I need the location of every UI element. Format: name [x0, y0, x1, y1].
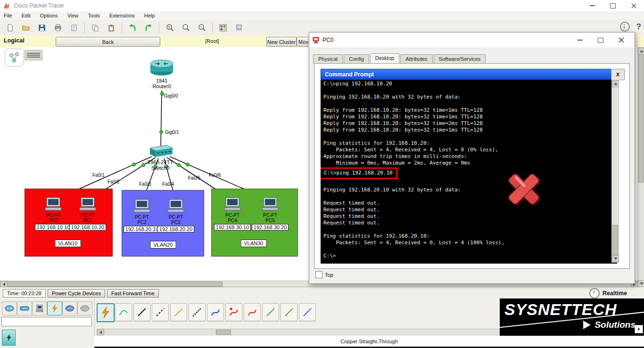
- fiber-cable-button[interactable]: [170, 303, 187, 321]
- print-button[interactable]: [50, 21, 66, 35]
- zoom-reset-button[interactable]: [178, 21, 194, 35]
- top-checkbox[interactable]: [315, 271, 322, 278]
- list-icon: [27, 55, 40, 56]
- copper-crossover-button[interactable]: [152, 303, 169, 321]
- back-button[interactable]: Back: [56, 37, 160, 47]
- console-cable-button[interactable]: [115, 303, 132, 321]
- copy-button[interactable]: [87, 21, 103, 35]
- serial-dte-button[interactable]: [244, 303, 261, 321]
- device-pc0[interactable]: PC-PT PC0 192.168.10.10: [33, 197, 73, 231]
- device-pc5[interactable]: PC-PT PC5 192.168.30.20: [250, 197, 290, 231]
- misc-category-icon: [80, 305, 90, 312]
- activity-wizard-button[interactable]: [66, 21, 82, 35]
- window-close-button[interactable]: [623, 0, 644, 11]
- copper-straight-through-button[interactable]: [133, 303, 150, 321]
- auto-connection-button[interactable]: [97, 303, 115, 322]
- viewport-list-button[interactable]: [25, 50, 42, 60]
- device-pc4[interactable]: PC-PT PC4 192.168.30.10: [213, 197, 252, 231]
- custom-devices-button[interactable]: [231, 21, 247, 35]
- open-file-button[interactable]: [18, 21, 34, 35]
- tab-logical[interactable]: Logical: [4, 37, 25, 44]
- toolbar-separator: [159, 22, 159, 33]
- scroll-down-button[interactable]: [638, 280, 644, 287]
- scrollbar-thumb[interactable]: [7, 282, 223, 287]
- port-label-gig0-0: Gig0/0: [164, 93, 178, 99]
- menu-help[interactable]: Help: [144, 13, 155, 18]
- device-pc3[interactable]: PC-PT PC3 192.168.20.20: [156, 199, 196, 232]
- connections-category-button[interactable]: [47, 301, 62, 315]
- help-button[interactable]: ?: [636, 22, 641, 32]
- simulation-time: Time: 00:23:28: [3, 289, 46, 298]
- menu-extensions[interactable]: Extensions: [109, 13, 135, 18]
- tab-physical[interactable]: Physical: [313, 54, 343, 64]
- new-file-button[interactable]: [2, 21, 18, 35]
- fast-forward-time-button[interactable]: Fast Forward Time: [107, 289, 159, 298]
- routers-category-button[interactable]: [2, 301, 17, 315]
- switches-category-button[interactable]: [17, 301, 32, 315]
- octal-cable-button[interactable]: [262, 303, 279, 321]
- misc-category-button[interactable]: [77, 301, 92, 315]
- command-prompt-terminal[interactable]: C:\>ping 192.168.10.20 Pinging 192.168.1…: [321, 80, 617, 264]
- pc0-tab-bar: Physical Config Desktop Attributes Softw…: [313, 53, 487, 64]
- device-switch0[interactable]: 2960-24TT Switch0: [141, 144, 179, 171]
- menu-view[interactable]: View: [67, 13, 79, 18]
- scrollbar-thumb[interactable]: [638, 54, 644, 182]
- menu-options[interactable]: Options: [40, 13, 58, 18]
- paste-button[interactable]: [103, 21, 119, 35]
- menu-file[interactable]: File: [4, 13, 12, 18]
- window-maximize-button[interactable]: [603, 0, 623, 11]
- power-cycle-devices-button[interactable]: Power Cycle Devices: [48, 289, 105, 298]
- terminal-scrollbar[interactable]: [611, 80, 619, 263]
- zoom-in-button[interactable]: [162, 21, 178, 35]
- scrollbar-thumb[interactable]: [612, 225, 618, 255]
- end-devices-category-button[interactable]: [32, 301, 47, 315]
- scroll-up-button[interactable]: [612, 80, 619, 87]
- realtime-mode-toggle[interactable]: Realtime: [589, 288, 627, 298]
- tab-attributes[interactable]: Attributes: [400, 54, 432, 64]
- cluster-navigation-button[interactable]: [5, 49, 24, 66]
- undo-icon: [128, 24, 137, 32]
- canvas-vertical-scrollbar[interactable]: [637, 47, 644, 288]
- pc-icon: [133, 199, 151, 213]
- scroll-left-button[interactable]: [97, 329, 104, 335]
- tab-config[interactable]: Config: [344, 54, 369, 64]
- window-minimize-button[interactable]: [582, 0, 603, 11]
- tab-software-services[interactable]: Software/Services: [434, 54, 486, 64]
- scrollbar-thumb[interactable]: [216, 330, 231, 335]
- device-router0[interactable]: 1941 Router0: [143, 57, 181, 89]
- undo-button[interactable]: [124, 21, 140, 35]
- new-cluster-button[interactable]: New Cluster: [266, 37, 297, 47]
- zoom-out-button[interactable]: [194, 21, 210, 35]
- command-prompt-close-button[interactable]: X: [611, 69, 625, 80]
- menu-tools[interactable]: Tools: [88, 13, 100, 18]
- menu-edit[interactable]: Edit: [22, 13, 31, 18]
- redo-button[interactable]: [140, 21, 157, 35]
- pc-name-label: PC1: [68, 218, 107, 223]
- drawing-palette-button[interactable]: [215, 21, 231, 35]
- wireless-category-button[interactable]: [62, 301, 77, 315]
- pc0-maximize-button[interactable]: [590, 35, 611, 45]
- usb-cable-button[interactable]: [299, 303, 316, 321]
- tab-desktop[interactable]: Desktop: [370, 53, 399, 64]
- scroll-down-button[interactable]: [612, 255, 619, 262]
- move-object-button[interactable]: Mov: [297, 37, 310, 47]
- device-model-input[interactable]: [1, 317, 92, 326]
- pc-name-label: PC0: [33, 218, 73, 223]
- port-label-gig0-1: Gig0/1: [165, 130, 179, 135]
- toolbar-separator: [212, 22, 213, 33]
- scroll-up-button[interactable]: [638, 48, 644, 55]
- coaxial-cable-button[interactable]: [207, 303, 224, 321]
- scroll-right-button[interactable]: [635, 325, 643, 333]
- pc0-close-button[interactable]: [611, 35, 632, 45]
- copper-crossover-icon: [155, 307, 166, 318]
- info-button[interactable]: [620, 22, 630, 32]
- serial-dce-button[interactable]: [225, 303, 242, 321]
- phone-cable-button[interactable]: [189, 303, 206, 321]
- ioe-cable-button[interactable]: [281, 303, 297, 321]
- pc0-minimize-button[interactable]: [570, 35, 590, 45]
- selected-connection-tile[interactable]: [2, 330, 16, 346]
- lightning-icon: [6, 333, 12, 342]
- packet-tracer-logo-icon: [2, 2, 11, 9]
- save-button[interactable]: [34, 21, 50, 35]
- device-pc1[interactable]: PC-PT PC1 192.168.10.20: [68, 197, 107, 231]
